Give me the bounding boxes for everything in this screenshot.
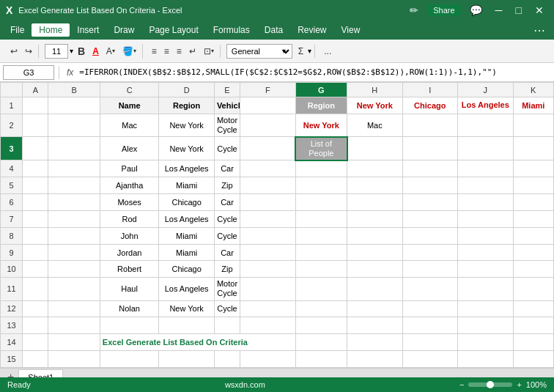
zoom-out-button[interactable]: −	[459, 380, 464, 389]
cell-g2[interactable]: New York	[295, 114, 347, 136]
cell-k11[interactable]	[513, 278, 553, 300]
col-header-a[interactable]: A	[23, 83, 48, 97]
cell-c1[interactable]: Name	[100, 97, 159, 114]
cell-f9[interactable]	[240, 244, 296, 261]
cell-c5[interactable]: Ajantha	[100, 177, 159, 194]
cell-d12[interactable]: New York	[159, 300, 215, 317]
cell-k8[interactable]	[513, 227, 553, 244]
cell-g15[interactable]	[295, 351, 347, 368]
cell-f13[interactable]	[240, 317, 296, 334]
cell-k15[interactable]	[513, 351, 553, 368]
cell-h4[interactable]	[347, 160, 403, 177]
menu-page-layout[interactable]: Page Layout	[141, 23, 205, 37]
cell-j9[interactable]	[458, 244, 514, 261]
align-left-button[interactable]: ≡	[149, 45, 160, 58]
cell-a9[interactable]	[23, 244, 48, 261]
cell-g4[interactable]	[295, 160, 347, 177]
redo-button[interactable]: ↪	[22, 45, 35, 58]
cell-f4[interactable]	[240, 160, 296, 177]
cell-f1[interactable]	[240, 97, 296, 114]
cell-h11[interactable]	[347, 278, 403, 300]
cell-i2[interactable]	[402, 114, 458, 136]
merge-button[interactable]: ⊡▾	[201, 45, 217, 58]
cell-j2[interactable]	[458, 114, 514, 136]
cell-d15[interactable]	[159, 351, 215, 368]
cell-a4[interactable]	[23, 160, 48, 177]
cell-f5[interactable]	[240, 177, 296, 194]
cell-h5[interactable]	[347, 177, 403, 194]
menu-insert[interactable]: Insert	[70, 23, 106, 37]
font-size-arrow-icon[interactable]: ▾	[70, 47, 73, 55]
cell-j15[interactable]	[458, 351, 514, 368]
cell-h14[interactable]	[347, 334, 403, 351]
cell-c9[interactable]: Jordan	[100, 244, 159, 261]
cell-f11[interactable]	[240, 278, 296, 300]
cell-h12[interactable]	[347, 300, 403, 317]
col-header-f[interactable]: F	[240, 83, 296, 97]
cell-h1[interactable]: New York	[347, 97, 403, 114]
cell-b7[interactable]	[48, 210, 100, 227]
cell-b3[interactable]	[48, 137, 100, 160]
cell-g7[interactable]	[295, 210, 347, 227]
cell-e6[interactable]: Car	[214, 194, 240, 211]
cell-b5[interactable]	[48, 177, 100, 194]
cell-h9[interactable]	[347, 244, 403, 261]
menu-file[interactable]: File	[3, 23, 32, 37]
cell-g12[interactable]	[295, 300, 347, 317]
edit-icon[interactable]: ✏	[405, 3, 423, 18]
cell-b10[interactable]	[48, 261, 100, 278]
cell-j1[interactable]: Los Angeles	[458, 97, 514, 114]
cell-c11[interactable]: Haul	[100, 278, 159, 300]
cell-j3[interactable]	[458, 137, 514, 160]
col-header-d[interactable]: D	[159, 83, 215, 97]
cell-i6[interactable]	[402, 194, 458, 211]
cell-a3[interactable]	[23, 137, 48, 160]
col-header-g[interactable]: G	[295, 83, 347, 97]
cell-k4[interactable]	[513, 160, 553, 177]
cell-k3[interactable]	[513, 137, 553, 160]
col-header-e[interactable]: E	[214, 83, 240, 97]
cell-b15[interactable]	[48, 351, 100, 368]
cell-h15[interactable]	[347, 351, 403, 368]
cell-b11[interactable]	[48, 278, 100, 300]
cell-h7[interactable]	[347, 210, 403, 227]
maximize-button[interactable]: □	[511, 3, 526, 18]
col-header-j[interactable]: J	[458, 83, 514, 97]
cell-i13[interactable]	[402, 317, 458, 334]
cell-d8[interactable]: Miami	[159, 227, 215, 244]
cell-e1[interactable]: Vehicle	[214, 97, 240, 114]
cell-j5[interactable]	[458, 177, 514, 194]
cell-k1[interactable]: Miami	[513, 97, 553, 114]
cell-c4[interactable]: Paul	[100, 160, 159, 177]
cell-k12[interactable]	[513, 300, 553, 317]
cell-a7[interactable]	[23, 210, 48, 227]
cell-d5[interactable]: Miami	[159, 177, 215, 194]
align-center-button[interactable]: ≡	[161, 45, 172, 58]
cell-j10[interactable]	[458, 261, 514, 278]
formula-input[interactable]	[79, 67, 551, 77]
cell-k14[interactable]	[513, 334, 553, 351]
cell-e7[interactable]: Cycle	[214, 210, 240, 227]
sum-arrow-icon[interactable]: ▾	[308, 47, 311, 55]
cell-f12[interactable]	[240, 300, 296, 317]
cell-i1[interactable]: Chicago	[402, 97, 458, 114]
cell-e8[interactable]: Cycle	[214, 227, 240, 244]
cell-c7[interactable]: Rod	[100, 210, 159, 227]
cell-j8[interactable]	[458, 227, 514, 244]
cell-k6[interactable]	[513, 194, 553, 211]
cell-f7[interactable]	[240, 210, 296, 227]
cell-e13[interactable]	[214, 317, 240, 334]
cell-j7[interactable]	[458, 210, 514, 227]
menu-home[interactable]: Home	[32, 23, 70, 37]
cell-d10[interactable]: Chicago	[159, 261, 215, 278]
highlight-button[interactable]: A▾	[103, 45, 118, 58]
font-size-input[interactable]	[45, 44, 68, 59]
cell-g8[interactable]	[295, 227, 347, 244]
zoom-slider[interactable]	[468, 382, 512, 387]
cell-a12[interactable]	[23, 300, 48, 317]
cell-b8[interactable]	[48, 227, 100, 244]
cell-i11[interactable]	[402, 278, 458, 300]
cell-a5[interactable]	[23, 177, 48, 194]
cell-j12[interactable]	[458, 300, 514, 317]
cell-a14[interactable]	[23, 334, 48, 351]
